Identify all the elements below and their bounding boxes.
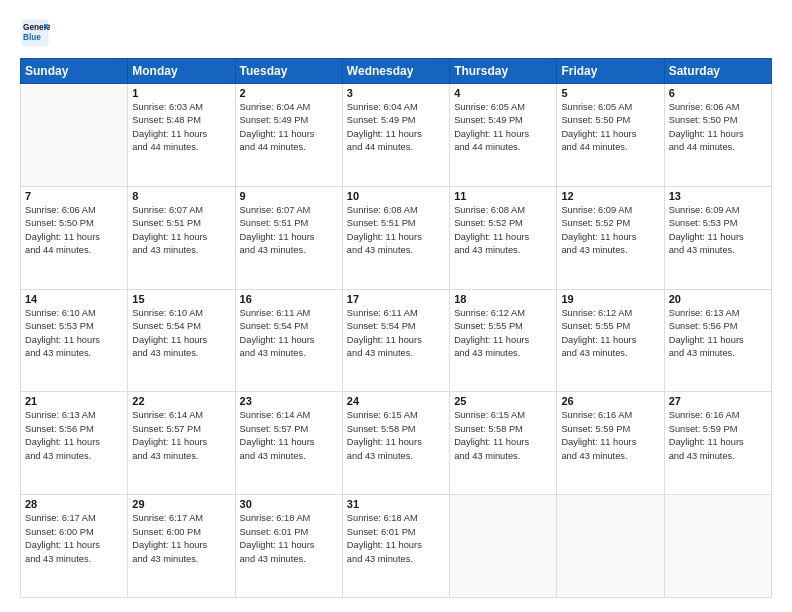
cell-info-line: Sunrise: 6:06 AM	[25, 204, 123, 217]
cell-info-line: and 43 minutes.	[669, 347, 767, 360]
cell-info-line: and 44 minutes.	[25, 244, 123, 257]
cell-info-line: and 43 minutes.	[240, 553, 338, 566]
day-number: 17	[347, 293, 445, 305]
calendar-cell	[664, 495, 771, 598]
cell-info-line: Sunset: 5:54 PM	[132, 320, 230, 333]
cell-info-line: and 43 minutes.	[25, 450, 123, 463]
calendar-cell: 11Sunrise: 6:08 AMSunset: 5:52 PMDayligh…	[450, 186, 557, 289]
day-number: 7	[25, 190, 123, 202]
col-header-saturday: Saturday	[664, 59, 771, 84]
cell-info-line: Daylight: 11 hours	[669, 436, 767, 449]
cell-info-line: Sunset: 5:49 PM	[454, 114, 552, 127]
cell-info-line: and 43 minutes.	[561, 450, 659, 463]
calendar-cell: 25Sunrise: 6:15 AMSunset: 5:58 PMDayligh…	[450, 392, 557, 495]
cell-info-line: and 44 minutes.	[669, 141, 767, 154]
cell-info-line: and 43 minutes.	[454, 450, 552, 463]
cell-info-line: Sunset: 5:55 PM	[454, 320, 552, 333]
cell-info-line: Sunrise: 6:10 AM	[132, 307, 230, 320]
day-number: 20	[669, 293, 767, 305]
col-header-monday: Monday	[128, 59, 235, 84]
cell-info-line: and 43 minutes.	[240, 244, 338, 257]
calendar-cell: 29Sunrise: 6:17 AMSunset: 6:00 PMDayligh…	[128, 495, 235, 598]
cell-info-line: Sunset: 6:00 PM	[25, 526, 123, 539]
cell-info-line: Daylight: 11 hours	[347, 128, 445, 141]
cell-info-line: Sunset: 6:01 PM	[347, 526, 445, 539]
cell-info-line: Sunrise: 6:05 AM	[561, 101, 659, 114]
day-number: 12	[561, 190, 659, 202]
cell-info-line: Daylight: 11 hours	[669, 128, 767, 141]
cell-info-line: Daylight: 11 hours	[25, 539, 123, 552]
cell-info-line: Sunset: 5:55 PM	[561, 320, 659, 333]
day-number: 4	[454, 87, 552, 99]
cell-info-line: and 43 minutes.	[347, 347, 445, 360]
day-number: 15	[132, 293, 230, 305]
header: General Blue	[20, 18, 772, 48]
calendar-cell: 20Sunrise: 6:13 AMSunset: 5:56 PMDayligh…	[664, 289, 771, 392]
cell-info-line: Sunrise: 6:11 AM	[240, 307, 338, 320]
cell-info-line: Sunrise: 6:06 AM	[669, 101, 767, 114]
cell-info-line: Sunrise: 6:03 AM	[132, 101, 230, 114]
cell-info-line: and 43 minutes.	[669, 244, 767, 257]
header-row: SundayMondayTuesdayWednesdayThursdayFrid…	[21, 59, 772, 84]
cell-info-line: Daylight: 11 hours	[240, 436, 338, 449]
col-header-thursday: Thursday	[450, 59, 557, 84]
cell-info-line: and 43 minutes.	[669, 450, 767, 463]
cell-info-line: Sunrise: 6:16 AM	[669, 409, 767, 422]
day-number: 19	[561, 293, 659, 305]
cell-info-line: Sunrise: 6:11 AM	[347, 307, 445, 320]
cell-info-line: Daylight: 11 hours	[454, 436, 552, 449]
day-number: 1	[132, 87, 230, 99]
cell-info-line: Sunset: 5:51 PM	[240, 217, 338, 230]
cell-info-line: Sunset: 5:56 PM	[25, 423, 123, 436]
cell-info-line: Daylight: 11 hours	[561, 334, 659, 347]
cell-info-line: Sunrise: 6:18 AM	[347, 512, 445, 525]
day-number: 26	[561, 395, 659, 407]
calendar-cell: 12Sunrise: 6:09 AMSunset: 5:52 PMDayligh…	[557, 186, 664, 289]
day-number: 23	[240, 395, 338, 407]
cell-info-line: Sunset: 5:57 PM	[240, 423, 338, 436]
cell-info-line: Daylight: 11 hours	[25, 231, 123, 244]
calendar-cell: 17Sunrise: 6:11 AMSunset: 5:54 PMDayligh…	[342, 289, 449, 392]
cell-info-line: and 43 minutes.	[132, 244, 230, 257]
day-number: 11	[454, 190, 552, 202]
cell-info-line: Daylight: 11 hours	[132, 128, 230, 141]
cell-info-line: Sunrise: 6:16 AM	[561, 409, 659, 422]
calendar-cell	[450, 495, 557, 598]
day-number: 14	[25, 293, 123, 305]
cell-info-line: Sunrise: 6:09 AM	[561, 204, 659, 217]
cell-info-line: Sunset: 5:49 PM	[240, 114, 338, 127]
calendar-cell: 23Sunrise: 6:14 AMSunset: 5:57 PMDayligh…	[235, 392, 342, 495]
day-number: 13	[669, 190, 767, 202]
cell-info-line: Daylight: 11 hours	[132, 539, 230, 552]
day-number: 9	[240, 190, 338, 202]
cell-info-line: and 43 minutes.	[132, 347, 230, 360]
cell-info-line: Sunrise: 6:13 AM	[669, 307, 767, 320]
cell-info-line: Sunrise: 6:04 AM	[240, 101, 338, 114]
cell-info-line: Sunset: 5:52 PM	[561, 217, 659, 230]
day-number: 6	[669, 87, 767, 99]
cell-info-line: Sunset: 5:50 PM	[561, 114, 659, 127]
cell-info-line: Daylight: 11 hours	[347, 231, 445, 244]
cell-info-line: Daylight: 11 hours	[132, 436, 230, 449]
cell-info-line: and 44 minutes.	[454, 141, 552, 154]
cell-info-line: and 43 minutes.	[347, 244, 445, 257]
cell-info-line: and 43 minutes.	[132, 450, 230, 463]
calendar-cell	[557, 495, 664, 598]
calendar-cell: 1Sunrise: 6:03 AMSunset: 5:48 PMDaylight…	[128, 84, 235, 187]
cell-info-line: Sunset: 5:48 PM	[132, 114, 230, 127]
week-row-0: 1Sunrise: 6:03 AMSunset: 5:48 PMDaylight…	[21, 84, 772, 187]
cell-info-line: Sunrise: 6:18 AM	[240, 512, 338, 525]
col-header-friday: Friday	[557, 59, 664, 84]
page: General Blue SundayMondayTuesdayWednesda…	[0, 0, 792, 612]
col-header-wednesday: Wednesday	[342, 59, 449, 84]
cell-info-line: and 43 minutes.	[561, 244, 659, 257]
cell-info-line: Daylight: 11 hours	[347, 334, 445, 347]
day-number: 3	[347, 87, 445, 99]
week-row-1: 7Sunrise: 6:06 AMSunset: 5:50 PMDaylight…	[21, 186, 772, 289]
cell-info-line: Sunrise: 6:17 AM	[132, 512, 230, 525]
calendar-cell: 22Sunrise: 6:14 AMSunset: 5:57 PMDayligh…	[128, 392, 235, 495]
cell-info-line: Daylight: 11 hours	[347, 436, 445, 449]
calendar-cell: 4Sunrise: 6:05 AMSunset: 5:49 PMDaylight…	[450, 84, 557, 187]
cell-info-line: Daylight: 11 hours	[669, 231, 767, 244]
cell-info-line: and 43 minutes.	[454, 347, 552, 360]
